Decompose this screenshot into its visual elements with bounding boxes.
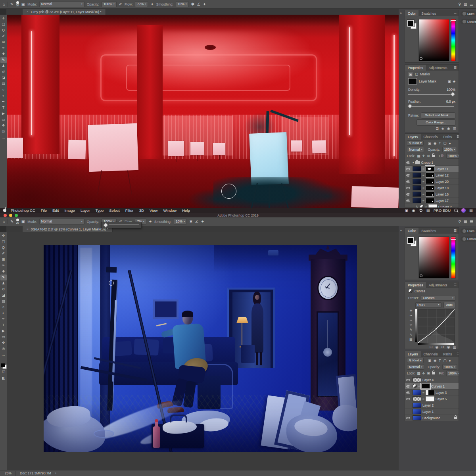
preset-select[interactable]: Custom▾ bbox=[421, 295, 455, 301]
panel-menu-icon[interactable]: ☰ bbox=[452, 228, 459, 234]
workspace-icon[interactable]: ▦ bbox=[464, 220, 467, 224]
tool-button[interactable]: ⊞ bbox=[0, 39, 7, 45]
slider-knob[interactable] bbox=[450, 92, 455, 97]
toggle-visibility-icon[interactable]: ◉ bbox=[447, 345, 450, 349]
layer-row[interactable]: ▾ ↳ ∞ Curves 2 bbox=[405, 204, 459, 208]
panel-menu-icon[interactable]: ☰ bbox=[455, 351, 459, 357]
tool-button[interactable]: T bbox=[0, 105, 7, 111]
tab-layers[interactable]: Layers bbox=[405, 351, 421, 357]
smoothing-select[interactable]: 10%▾ bbox=[176, 1, 189, 7]
search-icon[interactable] bbox=[454, 209, 458, 212]
slider-knob[interactable] bbox=[407, 104, 413, 109]
layer-row[interactable]: ▾ ↳ ∞ Layer 12 bbox=[405, 172, 459, 178]
tool-button[interactable]: ✛ bbox=[0, 15, 7, 21]
menu-item[interactable]: Window bbox=[160, 208, 179, 213]
brush-tool-icon[interactable]: ✎ bbox=[10, 2, 13, 6]
tab-channels[interactable]: Channels bbox=[421, 351, 441, 357]
channel-select[interactable]: RGB▾ bbox=[415, 302, 441, 308]
visibility-toggle[interactable] bbox=[405, 390, 411, 395]
delete-mask-icon[interactable]: ▥ bbox=[453, 127, 456, 131]
layer-mask-thumbnail[interactable] bbox=[426, 166, 434, 171]
workspace-icon[interactable]: ▦ bbox=[464, 2, 467, 6]
panel-menu-icon[interactable]: ☰ bbox=[452, 10, 459, 16]
screen-mode-button[interactable]: ◧ bbox=[0, 375, 7, 381]
close-window-button[interactable] bbox=[4, 214, 7, 217]
tool-button[interactable]: ○ bbox=[0, 87, 7, 93]
clip-to-layer-icon[interactable]: ⊡ bbox=[430, 345, 433, 349]
panel-menu-icon[interactable]: ☰ bbox=[455, 134, 459, 140]
mode-select[interactable]: Normal▾ bbox=[39, 219, 84, 224]
brush-angle-icon[interactable]: ∠ bbox=[195, 220, 199, 224]
filter-image-icon[interactable]: ▣ bbox=[428, 359, 431, 363]
tab-layers[interactable]: Layers bbox=[405, 134, 421, 140]
tab-properties[interactable]: Properties bbox=[405, 65, 426, 71]
foreground-color-swatch[interactable] bbox=[407, 20, 414, 27]
tool-button[interactable]: Ϙ bbox=[0, 27, 7, 33]
tool-button[interactable]: ✒ bbox=[0, 316, 7, 322]
control-center-icon[interactable]: ▤ bbox=[469, 208, 473, 213]
brush-angle-icon[interactable]: ∠ bbox=[197, 2, 200, 6]
learn-button[interactable]: Learn bbox=[461, 11, 476, 16]
layer-row[interactable]: ▾ ↳ ∞ Layer 16 bbox=[405, 191, 459, 198]
menu-item[interactable]: Edit bbox=[50, 208, 61, 213]
tab-channels[interactable]: Channels bbox=[421, 134, 441, 140]
lock-position-icon[interactable]: ✛ bbox=[422, 154, 425, 158]
filter-image-icon[interactable]: ▣ bbox=[428, 141, 431, 145]
status-chevron-icon[interactable]: › bbox=[55, 471, 56, 475]
tool-button[interactable]: ✐ bbox=[0, 251, 7, 257]
tool-button[interactable]: ◪ bbox=[0, 292, 7, 298]
black-point-eyedropper-icon[interactable]: ✑ bbox=[410, 314, 413, 317]
brush-preset-picker[interactable]: 30 bbox=[16, 219, 19, 225]
slider-knob[interactable] bbox=[103, 223, 108, 228]
grid-size-icon[interactable]: ▦ bbox=[409, 338, 413, 341]
layer-opacity-select[interactable]: 100%▾ bbox=[442, 147, 457, 152]
density-value[interactable]: 100% bbox=[447, 88, 455, 92]
home-icon[interactable]: ⌂ bbox=[3, 220, 5, 224]
layer-row[interactable]: ▾ ↳ ∞ Layer 3 bbox=[405, 390, 459, 396]
collapse-panels-icon[interactable]: » bbox=[400, 11, 402, 15]
delete-adjustment-icon[interactable]: ▥ bbox=[453, 345, 456, 349]
layer-thumbnail[interactable] bbox=[413, 377, 421, 382]
tool-button[interactable]: ▶ bbox=[0, 328, 7, 334]
lock-all-icon[interactable] bbox=[432, 372, 435, 374]
layer-thumbnail[interactable] bbox=[413, 179, 421, 184]
foreground-color-swatch[interactable] bbox=[1, 363, 5, 367]
foreground-color-swatch[interactable] bbox=[407, 237, 414, 244]
menu-item[interactable]: Image bbox=[61, 208, 77, 213]
visibility-toggle[interactable] bbox=[405, 402, 411, 408]
tool-button[interactable]: ✎ bbox=[0, 57, 7, 63]
color-range-button[interactable]: Color Range... bbox=[416, 119, 455, 126]
brush-preset-picker[interactable]: 30 bbox=[16, 1, 19, 7]
white-point-eyedropper-icon[interactable]: ✑ bbox=[410, 323, 413, 327]
tool-button[interactable]: ◐ bbox=[0, 93, 7, 99]
draw-curve-pencil-icon[interactable]: ✎ bbox=[410, 328, 413, 332]
tool-button[interactable]: ◎ bbox=[0, 346, 7, 352]
tool-button[interactable]: ◎ bbox=[0, 129, 7, 134]
display-icon[interactable]: ▣ bbox=[405, 208, 408, 213]
targeted-adjustment-icon[interactable]: ✛ bbox=[410, 309, 413, 313]
toolbar-color-swatches[interactable] bbox=[1, 363, 7, 369]
apple-icon[interactable] bbox=[3, 209, 6, 212]
filter-kind-select[interactable]: ⚲ Kind ▾ bbox=[407, 140, 424, 146]
filter-type-icon[interactable]: T bbox=[439, 359, 441, 363]
layer-row[interactable]: ▾ ↳ ∞ Layer 20 bbox=[405, 178, 459, 185]
menu-icon[interactable]: ☰ bbox=[470, 2, 473, 6]
mask-thumbnail[interactable] bbox=[408, 78, 417, 84]
learn-button[interactable]: Learn bbox=[461, 228, 476, 234]
tool-button[interactable]: ✐ bbox=[0, 33, 7, 39]
smoothing-gear-icon[interactable]: ✱ bbox=[191, 2, 194, 6]
tab-overflow-stub[interactable] bbox=[0, 9, 6, 15]
tab-overflow-stub[interactable] bbox=[0, 226, 6, 232]
menu-item[interactable]: Type bbox=[93, 208, 107, 213]
close-icon[interactable]: × bbox=[27, 227, 29, 231]
layer-mask-thumbnail[interactable] bbox=[421, 384, 430, 389]
pro-edu-label[interactable]: PRO EDU bbox=[434, 208, 451, 213]
tool-button[interactable]: … bbox=[0, 352, 7, 358]
blend-mode-select[interactable]: Normal▾ bbox=[407, 147, 424, 152]
panel-menu-icon[interactable]: ☰ bbox=[452, 65, 459, 71]
tool-button[interactable]: ✑ bbox=[0, 45, 7, 51]
layer-row[interactable]: ▾ ↳ ∞ Layer 11 bbox=[405, 166, 459, 172]
layer-row[interactable]: ▾ ↳ ∞ Background bbox=[405, 415, 459, 421]
tab-paths[interactable]: Paths bbox=[440, 351, 455, 357]
disable-mask-icon[interactable]: ◉ bbox=[447, 127, 450, 131]
